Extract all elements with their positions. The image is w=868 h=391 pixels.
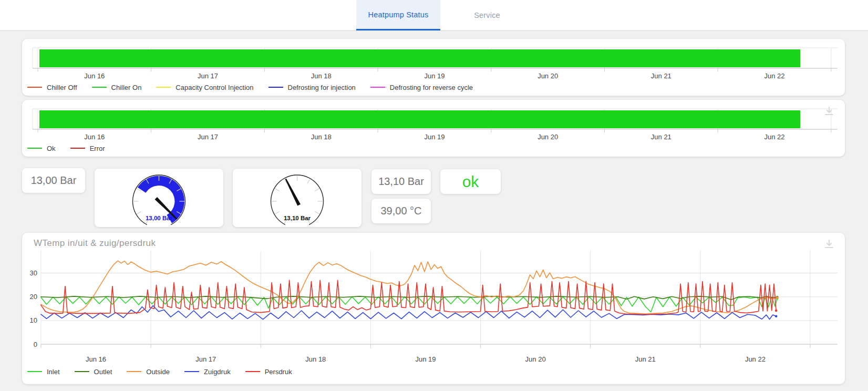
legend-swatch (184, 371, 199, 372)
legend-swatch (75, 371, 89, 372)
x-axis-label: Jun 22 (764, 72, 785, 80)
series-outside (41, 261, 777, 314)
legend-item: Outside (127, 368, 170, 376)
wtemp-line-chart: 0102030Jun 16Jun 17Jun 18Jun 19Jun 20Jun… (22, 233, 845, 365)
discharge-pressure-gauge: 13,10 Bar (233, 169, 361, 227)
gauge-tick (307, 179, 310, 183)
legend-label: Inlet (47, 368, 60, 376)
tab-bar: Heatpump Status Service (356, 0, 526, 30)
legend-swatch (127, 371, 141, 372)
gauge-value-label: 13,10 Bar (284, 215, 311, 221)
legend-swatch (245, 371, 260, 372)
legend-item: Chiller Off (27, 84, 77, 91)
gauge-tick (275, 189, 280, 191)
wtemp-chart-panel: WTemp in/uit & zuig/persdruk 0102030Jun … (22, 233, 845, 384)
x-axis-label: Jun 21 (651, 133, 671, 141)
legend-label: Chiller Off (47, 84, 77, 91)
x-axis-label: Jun 20 (538, 72, 558, 80)
download-chart-button[interactable] (823, 238, 835, 251)
gauge-tick (275, 212, 280, 214)
y-axis-label: 30 (30, 269, 37, 277)
x-axis-label: Jun 18 (305, 355, 326, 363)
x-axis-label: Jun 19 (424, 72, 445, 80)
chiller-status-panel: Jun 16Jun 17Jun 18Jun 19Jun 20Jun 21Jun … (22, 39, 845, 96)
legend-swatch (156, 87, 171, 88)
suction-pressure-card: 13,00 Bar (22, 168, 85, 193)
x-axis-label: Jun 22 (745, 355, 766, 363)
ok-error-panel: Jun 16Jun 17Jun 18Jun 19Jun 20Jun 21Jun … (22, 100, 845, 157)
legend-swatch (268, 87, 283, 88)
legend-item: Zuigdruk (184, 368, 231, 376)
suction-pressure-gauge: 13,00 Bar (95, 169, 223, 227)
widget-row: 13,00 Bar 13,00 Bar 13,10 Bar 13,10 Bar … (22, 168, 845, 227)
legend-item: Persdruk (245, 368, 292, 376)
legend-item: Ok (27, 145, 56, 152)
legend-item: Outlet (75, 368, 112, 376)
legend-label: Outside (146, 368, 170, 376)
gauge-tick (137, 212, 141, 214)
gauge-needle (284, 178, 301, 206)
legend-item: Capacity Control Injection (156, 84, 253, 91)
x-axis-label: Jun 21 (635, 355, 656, 363)
x-axis-label: Jun 17 (198, 72, 218, 80)
legend-label: Outlet (94, 368, 112, 376)
status-bar (39, 110, 800, 128)
status-bar (39, 49, 800, 67)
top-app-bar: Heatpump Status Service (0, 0, 868, 30)
discharge-pressure-gauge-card: 13,10 Bar (233, 169, 361, 227)
x-axis-label: Jun 18 (311, 133, 332, 141)
legend-item: Defrosting for injection (268, 84, 356, 91)
legend-label: Persdruk (265, 368, 292, 376)
x-axis-label: Jun 18 (311, 72, 332, 80)
legend-label: Error (90, 145, 105, 152)
legend-label: Defrosting for reverse cycle (390, 84, 473, 91)
x-axis-label: Jun 16 (84, 133, 105, 141)
chiller-status-legend: Chiller OffChiller OnCapacity Control In… (27, 83, 845, 91)
legend-swatch (370, 87, 385, 88)
x-axis-label: Jun 19 (415, 355, 436, 363)
legend-swatch (70, 148, 85, 149)
legend-label: Capacity Control Injection (175, 84, 253, 91)
legend-item: Chiller On (92, 84, 142, 91)
gauge-tick (315, 189, 319, 191)
ok-error-timeline-chart: Jun 16Jun 17Jun 18Jun 19Jun 20Jun 21Jun … (22, 100, 845, 142)
chart-title: WTemp in/uit & zuig/persdruk (34, 238, 156, 249)
y-axis-label: 10 (30, 316, 37, 324)
legend-item: Defrosting for reverse cycle (370, 84, 473, 91)
legend-label: Zuigdruk (204, 368, 231, 376)
legend-item: Error (70, 145, 105, 152)
status-badge: ok (440, 169, 501, 194)
legend-label: Chiller On (111, 84, 142, 91)
legend-item: Inlet (27, 368, 60, 376)
temperature-card: 39,00 °C (371, 199, 431, 223)
y-axis-label: 20 (30, 293, 37, 301)
download-chart-button[interactable] (823, 105, 835, 118)
x-axis-label: Jun 20 (538, 133, 558, 141)
series-endpoint (775, 310, 778, 312)
tab-heatpump-status[interactable]: Heatpump Status (356, 0, 440, 30)
x-axis-label: Jun 17 (198, 133, 218, 141)
gauge-tick (315, 212, 319, 214)
y-axis-label: 0 (34, 341, 37, 348)
x-axis-label: Jun 21 (651, 72, 671, 80)
x-axis-label: Jun 17 (195, 355, 216, 363)
legend-swatch (27, 371, 42, 372)
wtemp-legend: InletOutletOutsideZuigdrukPersdruk (27, 367, 845, 376)
ok-error-legend: OkError (27, 144, 845, 152)
chiller-status-timeline-chart: Jun 16Jun 17Jun 18Jun 19Jun 20Jun 21Jun … (22, 39, 845, 81)
suction-pressure-gauge-card: 13,00 Bar (95, 169, 223, 227)
legend-swatch (92, 87, 107, 88)
tab-service[interactable]: Service (448, 0, 526, 30)
download-icon (823, 105, 835, 118)
legend-label: Defrosting for injection (288, 84, 356, 91)
series-endpoint (776, 296, 779, 299)
download-icon (823, 238, 835, 251)
x-axis-label: Jun 16 (86, 355, 106, 363)
legend-swatch (27, 87, 42, 88)
legend-label: Ok (47, 145, 56, 152)
legend-swatch (27, 148, 42, 149)
x-axis-label: Jun 22 (764, 133, 785, 141)
series-endpoint (775, 315, 778, 317)
x-axis-label: Jun 20 (525, 355, 546, 363)
discharge-pressure-card: 13,10 Bar (371, 169, 431, 194)
